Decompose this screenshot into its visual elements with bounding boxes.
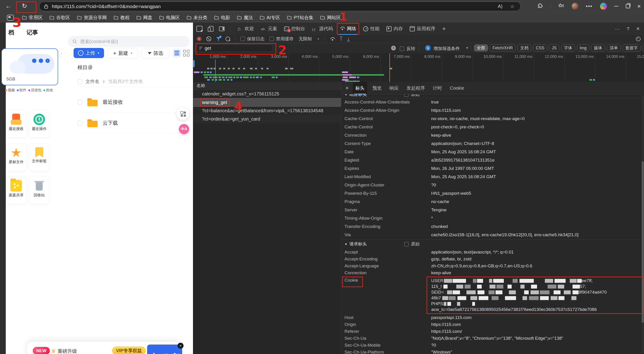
type-filter-chip[interactable]: 文档: [518, 44, 531, 51]
header-row[interactable]: Accept-Language zh-CN,zh;q=0.9,en;q=0.8,…: [341, 263, 644, 269]
bookmark-folder[interactable]: AI专区: [260, 14, 280, 21]
devtools-tab[interactable]: × 网络: [336, 22, 360, 35]
header-row[interactable]: Connection keep-alive: [341, 131, 644, 139]
detail-tab[interactable]: Cookie: [447, 82, 467, 94]
folder-row[interactable]: 最近接收: [78, 92, 190, 113]
bookmark-folder[interactable]: 资源分享网: [77, 14, 107, 21]
type-filter-chip[interactable]: Fetch/XHR: [490, 44, 516, 51]
copilot-icon[interactable]: [600, 3, 607, 10]
raw-toggle[interactable]: 原始: [404, 241, 420, 247]
devtools-close-icon[interactable]: ×: [636, 25, 640, 32]
type-filter-chip[interactable]: 媒体: [591, 44, 605, 51]
devtools-tab[interactable]: × 性能: [360, 22, 383, 35]
header-row[interactable]: Sec-Ch-Ua-Mobile ?0: [341, 342, 644, 349]
detail-tab[interactable]: 预览: [370, 82, 384, 94]
profile-avatar[interactable]: [572, 3, 578, 10]
header-row[interactable]: Expires Mon, 26 Jul 1997 05:00:00 GMT: [341, 164, 644, 173]
favorite-star-icon[interactable]: ☆: [510, 4, 514, 9]
quick-card[interactable]: 文件标签: [29, 143, 49, 171]
disable-cache-toggle[interactable]: 禁用缓存: [270, 36, 294, 42]
filename-column-label[interactable]: 文件名: [86, 78, 100, 85]
devtools-tab[interactable]: × 元素: [257, 22, 280, 35]
folder-row[interactable]: 云下载: [78, 113, 190, 134]
address-bar[interactable]: https://115.com/?cid=0&offset=0&mode=wan…: [39, 1, 521, 11]
detail-tab[interactable]: 计时: [430, 82, 444, 94]
row-checkbox[interactable]: [78, 100, 82, 105]
devtools-tab[interactable]: × 欢迎: [234, 22, 257, 35]
header-row[interactable]: Connection keep-alive: [341, 269, 644, 276]
header-row[interactable]: Powered-By-115 HN1_passport-web5: [341, 189, 644, 198]
grid-view-toggle[interactable]: [183, 50, 190, 57]
devtools-menu-icon[interactable]: ···: [615, 26, 620, 31]
tab-notes[interactable]: 记事: [26, 28, 38, 36]
record-network-icon[interactable]: [197, 37, 201, 41]
mini-app-fab[interactable]: [176, 107, 189, 120]
search-input[interactable]: 搜索(control+K或/): [68, 36, 190, 47]
detail-tab[interactable]: 标头: [353, 82, 367, 94]
type-filter-chip[interactable]: Wasm: [642, 44, 644, 51]
quick-card[interactable]: 回收站: [29, 177, 49, 204]
dock-side-icon[interactable]: [219, 26, 224, 31]
name-column-header[interactable]: 名称: [193, 82, 341, 90]
network-settings-gear-icon[interactable]: [636, 37, 640, 41]
bookmark-folder[interactable]: PT站合集: [287, 14, 314, 21]
bookmark-folder[interactable]: 教程: [114, 14, 130, 21]
row-checkbox[interactable]: [78, 121, 82, 126]
preserve-log-toggle[interactable]: 保留日志: [240, 36, 264, 42]
quick-card[interactable]: 家庭共享: [6, 177, 26, 204]
triangle-down-icon[interactable]: ▼: [344, 94, 348, 96]
sidebar-collapse-handle[interactable]: ‹: [59, 49, 64, 58]
raw-toggle[interactable]: 原始: [404, 94, 420, 97]
quick-card[interactable]: 最近接收: [6, 110, 26, 138]
type-filter-chip[interactable]: Img: [577, 44, 589, 51]
type-filter-chip[interactable]: 清单: [607, 44, 621, 51]
header-row[interactable]: Origin-Agent-Cluster ?0: [341, 181, 644, 189]
bookmark-folder[interactable]: 魔法: [237, 14, 253, 21]
more-tabs-button[interactable]: +: [439, 22, 449, 35]
translate-fab[interactable]: 中A: [179, 124, 189, 134]
url-text[interactable]: https://115.com/?cid=0&offset=0&mode=wan…: [52, 4, 161, 9]
network-conditions-icon[interactable]: [330, 37, 335, 41]
new-button[interactable]: + 新建▼: [108, 48, 138, 58]
device-emulation-icon[interactable]: [209, 26, 214, 31]
header-row[interactable]: Last-Modified Mon, 25 Aug 2025 16:08:24 …: [341, 173, 644, 181]
header-row[interactable]: Via cache50.l2so158-1[16,0], ens-cache19…: [341, 231, 644, 239]
bookmark-folder[interactable]: 电影: [214, 14, 230, 21]
back-icon[interactable]: ←: [3, 2, 13, 10]
select-all-checkbox[interactable]: [78, 79, 82, 84]
header-row[interactable]: Content-Type application/json; Charset=U…: [341, 139, 644, 148]
request-row[interactable]: ?ct=balance&ac=getBalance&from=vip&_=175…: [193, 107, 341, 115]
devtools-tab[interactable]: × 应用程序: [406, 22, 439, 35]
filter-button[interactable]: 筛选: [141, 48, 170, 58]
header-row[interactable]: Origin https://115.com: [341, 321, 644, 328]
window-restore-icon[interactable]: [626, 4, 630, 8]
request-row[interactable]: warning_get: [193, 98, 341, 107]
help-icon[interactable]: ?: [627, 26, 630, 31]
search-network-icon[interactable]: [226, 37, 230, 41]
invert-filter-toggle[interactable]: 反转: [400, 46, 415, 52]
chevron-down-icon[interactable]: ▼: [466, 46, 468, 49]
devtools-tab[interactable]: × 内存: [383, 22, 406, 35]
extensions-icon[interactable]: [538, 3, 543, 9]
promo-banner[interactable]: NEW ♛ 重磅升级 VIP专享权益 小程序 ×: [27, 342, 180, 354]
type-filter-chip[interactable]: 字体: [561, 44, 575, 51]
header-row[interactable]: Access-Control-Allow-Credentials true: [341, 98, 644, 106]
import-har-icon[interactable]: ↑: [340, 37, 342, 41]
bookmark-folder[interactable]: 电脑区: [159, 14, 180, 21]
type-filter-chip[interactable]: 套接字: [622, 44, 640, 51]
read-aloud-icon[interactable]: A): [498, 4, 502, 9]
type-filter-chip[interactable]: CSS: [533, 44, 547, 51]
header-row[interactable]: Server Tengine: [341, 206, 644, 214]
header-row[interactable]: Accept-Encoding gzip, deflate, br, zstd: [341, 256, 644, 263]
devtools-tab[interactable]: × 控制台: [280, 22, 308, 35]
mini-program-card[interactable]: 小程序 ×: [147, 345, 182, 354]
close-icon[interactable]: ×: [178, 343, 184, 349]
quick-card[interactable]: 最近操作: [29, 110, 49, 138]
storage-card[interactable]: › 5GB: [2, 48, 58, 85]
clear-filter-icon[interactable]: ×: [391, 46, 396, 50]
request-row[interactable]: ?ct=order&ac=get_yun_card: [193, 115, 341, 123]
request-row[interactable]: calender_widget.css?_v=1756115125: [193, 90, 341, 98]
list-view-toggle[interactable]: [172, 49, 181, 57]
inspect-element-icon[interactable]: [196, 26, 202, 32]
bookmark-folder[interactable]: 常用区: [22, 14, 43, 21]
